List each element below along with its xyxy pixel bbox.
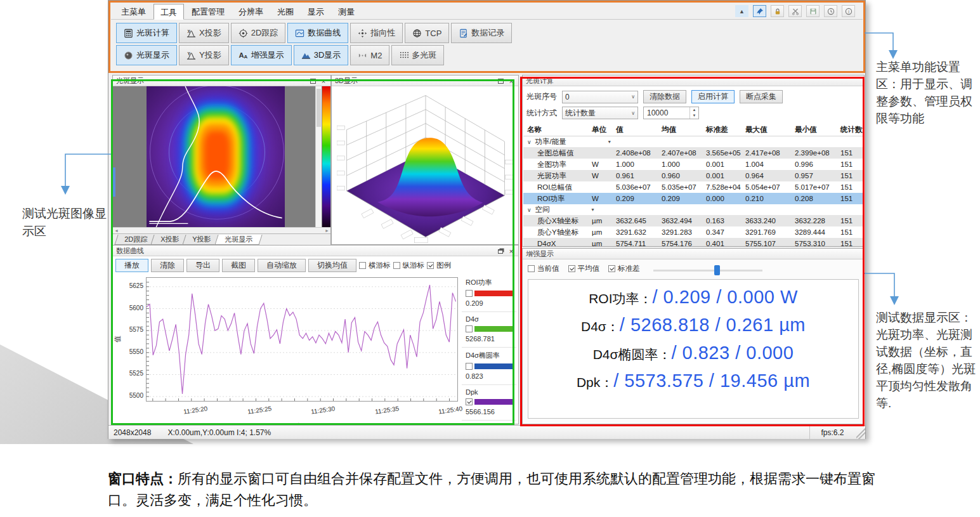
toolbar-button-光斑显示[interactable]: 光斑显示 [116,45,177,65]
vertical-scrollbar[interactable] [315,86,322,227]
checkbox-icon [393,262,400,269]
toolbar-button-数据记录[interactable]: 数据记录 [451,23,512,43]
float-window-icon[interactable] [308,77,317,85]
resize-grip[interactable] [856,426,865,439]
toolbar-button-TCP[interactable]: TCP [405,23,449,43]
toolbar-button-2D跟踪[interactable]: 2D跟踪 [231,23,286,43]
table-row-光斑功率[interactable]: 光斑功率W0.9610.9600.0010.9640.957151 [523,170,863,181]
curve-button-播放[interactable]: 播放 [115,259,148,272]
svg-text:i: i [848,9,849,13]
toolbar-button-指向性[interactable]: 指向性 [350,23,403,43]
beam-image[interactable] [147,86,285,227]
menu-item-工具[interactable]: 工具 [154,4,184,20]
table-group-空间[interactable]: ∨空间▾ [523,204,863,215]
menu-item-测量[interactable]: 测量 [332,4,361,20]
curve-button-导出[interactable]: 导出 [186,259,219,272]
close-icon[interactable]: × [507,247,516,255]
table-group-功率/能量[interactable]: ∨功率/能量▾ [523,136,863,147]
stat-count-spinner[interactable]: 10000 ▲▼ [643,107,699,119]
group-dropdown-icon[interactable]: ▾ [608,139,611,145]
table-header: 名称单位值均值标准差最大值最小值统计数量 [523,124,863,136]
curve-button-切换均值[interactable]: 切换均值 [308,259,356,272]
table-row-D4σX[interactable]: D4σXµm5754.7115754.1760.4015755.1075753.… [523,238,863,246]
stat-mode-select[interactable]: 统计数量∨ [562,107,638,119]
curve-button-截图[interactable]: 截图 [222,259,255,272]
collapse-icon[interactable]: ▲ [735,5,748,17]
menu-item-显示[interactable]: 显示 [301,4,330,20]
curve-checkbox-纵游标[interactable]: 纵游标 [393,261,425,270]
data-curve-icon [295,29,304,38]
window-controls: ▲i [735,5,855,17]
toolbar-button-Y投影[interactable]: YY投影 [179,45,229,65]
curve-checkbox-横游标[interactable]: 横游标 [359,261,391,270]
beam-calc-panel: 光斑计算 光斑序号 0∨ 清除数据启用计算断点采集 统计方式 统计数量∨ 100… [522,75,865,247]
curve-checkbox-图例[interactable]: 图例 [427,261,451,270]
toolbar-button-增强显示[interactable]: AA增强显示 [231,45,292,65]
table-row-质心Y轴坐标[interactable]: 质心Y轴坐标µm3291.6323291.2830.3473291.769328… [523,226,863,238]
save-icon[interactable] [806,5,820,17]
table-row-全图功率[interactable]: 全图功率W1.0001.0000.0011.0040.996151 [523,159,863,170]
group-dropdown-icon[interactable]: ▾ [592,207,594,213]
horizontal-scrollbar[interactable]: ◄► [113,227,330,233]
caption: 窗口特点：所有的显示窗口可自由组合并保存配置文件，方便调用，也可使用系统默认的配… [108,468,880,511]
legend-value: 5566.156 [466,408,514,416]
legend-checkbox[interactable] [466,398,473,405]
calc-table: 名称单位值均值标准差最大值最小值统计数量∨功率/能量▾全图总幅值2.408e+0… [523,124,863,246]
curve-button-清除[interactable]: 清除 [151,259,184,272]
history-icon[interactable] [824,5,837,17]
toolbar-button-3D显示[interactable]: 3D显示 [294,45,349,65]
close-icon[interactable]: × [319,77,328,85]
chevron-down-icon: ∨ [523,207,532,213]
enhance-slider[interactable] [653,270,762,272]
y-tick-label: 5525 [118,370,143,377]
slider-thumb[interactable] [714,265,720,275]
restore-window-icon[interactable] [496,247,505,255]
toolbar-button-X投影[interactable]: XX投影 [179,23,229,43]
enhance-checkbox-标准差[interactable]: 标准差 [608,264,640,273]
calc-button-断点采集[interactable]: 断点采集 [740,90,783,103]
menu-item-配置管理[interactable]: 配置管理 [185,4,231,20]
toolbar-button-数据曲线[interactable]: 数据曲线 [287,23,348,43]
toolbar-button-多光斑[interactable]: 多光斑 [391,45,444,65]
calc-button-启用计算[interactable]: 启用计算 [691,90,735,103]
cut-icon[interactable] [788,5,802,17]
menu-item-分辨率[interactable]: 分辨率 [232,4,270,20]
table-row-ROI总幅值[interactable]: ROI总幅值5.036e+075.035e+077.528e+045.054e+… [523,181,863,193]
legend-color-bar [474,363,514,369]
tab-光斑显示[interactable]: 光斑显示 [214,235,262,245]
calc-button-清除数据[interactable]: 清除数据 [643,90,686,103]
menu-bar: 主菜单工具配置管理分辨率光圈显示测量 [115,4,361,20]
close-icon[interactable]: × [507,77,516,85]
info-icon[interactable]: i [842,5,855,17]
legend-color-bar [474,291,514,296]
table-row-全图总幅值[interactable]: 全图总幅值2.408e+082.407e+083.565e+052.417e+0… [523,147,863,159]
y-projection-icon: Y [186,51,196,60]
curve-chart: 值 550055255550557556005625 11:25:2011:25… [113,272,460,424]
enhance-checkbox-平均值[interactable]: 平均值 [568,264,600,273]
threed-surface-plot[interactable] [332,86,518,244]
legend-checkbox[interactable] [466,325,473,332]
menu-item-主菜单[interactable]: 主菜单 [115,4,152,20]
menu-item-光圈[interactable]: 光圈 [271,4,300,20]
beam-panel-titlebar: 光斑显示 × [113,75,330,86]
table-row-ROI功率[interactable]: ROI功率W0.2090.2090.0000.2100.208151 [523,193,863,204]
beam-seq-select[interactable]: 0∨ [562,91,638,103]
annotation-left: 测试光斑图像显示区 [22,205,111,240]
toolbar-button-label: 多光斑 [412,49,436,61]
legend-checkbox[interactable] [466,363,473,370]
legend-checkbox[interactable] [466,290,473,297]
enhance-checkbox-当前值[interactable]: 当前值 [528,264,559,273]
lock-icon[interactable] [771,5,784,17]
table-row-质心X轴坐标[interactable]: 质心X轴坐标µm3632.6453632.4940.1633633.240363… [523,215,863,226]
curve-button-自动缩放[interactable]: 自动缩放 [258,259,306,272]
svg-text:A: A [244,54,247,60]
pin-icon[interactable] [753,5,766,17]
toolbar-button-label: 数据记录 [471,27,504,39]
toolbar-button-光斑计算[interactable]: 光斑计算 [116,23,177,43]
toolbar-button-M2[interactable]: M2 [350,45,389,65]
toolbar-button-label: M2 [370,51,382,60]
m2-icon [358,51,367,60]
float-window-icon[interactable] [496,77,505,85]
toolbar-button-label: 增强显示 [251,49,284,61]
toolbar-button-label: 光斑显示 [136,49,169,61]
